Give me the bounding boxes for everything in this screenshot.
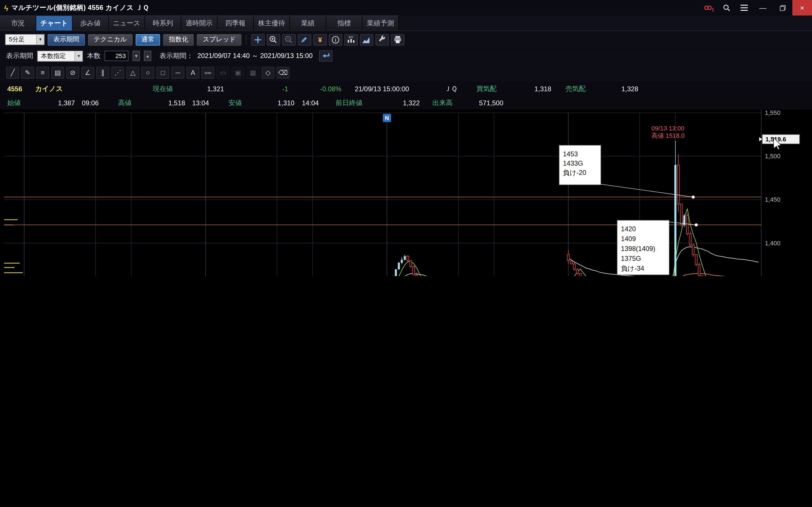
draw-tool-eraser[interactable]: ◇ xyxy=(262,67,274,78)
low-value: 1,310 xyxy=(277,99,294,107)
tab-業績[interactable]: 業績 xyxy=(290,15,326,31)
stock-name: カイノス xyxy=(35,84,63,94)
draw-tool-fibo-circle[interactable]: ⊘ xyxy=(66,67,79,78)
volume-label: 出来高 xyxy=(433,98,453,108)
count-label: 本数 xyxy=(87,51,101,61)
draw-tool-angle-line[interactable]: ∠ xyxy=(81,67,94,78)
titlebar-search-icon[interactable] xyxy=(718,0,735,15)
reset-range-icon[interactable] xyxy=(319,50,333,61)
tab-bar: 市況チャート歩み値ニュース時系列適時開示四季報株主優待業績指標業績予測 xyxy=(0,15,812,31)
draw-tool-horizontal-line[interactable]: ─ xyxy=(171,67,185,78)
bid-label: 買気配 xyxy=(476,84,497,94)
current-value: 1,321 xyxy=(207,85,224,93)
count-down-button[interactable]: ▼ xyxy=(133,51,140,61)
period-value: 2021/09/07 14:40 ～ 2021/09/13 15:00 xyxy=(197,51,313,61)
interval-select[interactable]: 5分足▼ xyxy=(5,34,45,45)
svg-text:N: N xyxy=(385,115,389,121)
open-label: 始値 xyxy=(7,98,21,108)
window-title: マルチツール(個別銘柄) 4556 カイノス ＪＱ xyxy=(11,3,149,12)
title-bar: ϟ マルチツール(個別銘柄) 4556 カイノス ＪＱ 1 — × xyxy=(0,0,812,15)
draw-tool-layers[interactable]: ▦ xyxy=(246,67,259,78)
svg-text:1375G: 1375G xyxy=(621,255,641,262)
svg-text:高値 1518.0: 高値 1518.0 xyxy=(652,132,685,139)
svg-text:1,450: 1,450 xyxy=(765,196,780,203)
tab-チャート[interactable]: チャート xyxy=(36,15,73,31)
open-time: 09:06 xyxy=(82,99,99,107)
tab-ニュース[interactable]: ニュース xyxy=(109,15,145,31)
area-chart-icon[interactable] xyxy=(360,34,373,45)
svg-text:1409: 1409 xyxy=(621,235,636,242)
zoom-out-icon[interactable] xyxy=(283,34,296,45)
tab-四季報[interactable]: 四季報 xyxy=(217,15,254,31)
draw-tool-trend-line[interactable]: ╱ xyxy=(6,67,19,78)
prev-close-value: 1,322 xyxy=(403,99,420,107)
high-value: 1,518 xyxy=(168,99,185,107)
bid-value: 1,318 xyxy=(535,85,552,93)
svg-text:i: i xyxy=(335,37,337,43)
svg-text:1433G: 1433G xyxy=(563,159,583,167)
toolbar-button-指数化[interactable]: 指数化 xyxy=(163,34,194,45)
wrench-icon[interactable] xyxy=(375,34,389,45)
market-label: ＪＱ xyxy=(444,84,457,94)
svg-text:負け-34: 負け-34 xyxy=(621,265,644,272)
draw-tool-rectangle[interactable]: □ xyxy=(156,67,169,78)
toolbar-button-テクニカル[interactable]: テクニカル xyxy=(88,34,133,45)
printer-icon[interactable] xyxy=(391,34,405,45)
tab-市況[interactable]: 市況 xyxy=(0,15,36,31)
draw-tool-parallel-lines[interactable]: ⋰ xyxy=(111,67,124,78)
draw-tool-text[interactable]: A xyxy=(186,67,199,78)
toolbar-button-スプレッド[interactable]: スプレッド xyxy=(197,34,242,45)
toolbar-button-表示期間[interactable]: 表示期間 xyxy=(48,34,85,45)
info-icon[interactable]: i xyxy=(329,34,343,45)
high-label: 高値 xyxy=(118,98,132,108)
svg-text:¥: ¥ xyxy=(318,36,322,43)
count-input[interactable]: 253 xyxy=(105,51,128,61)
draw-tool-polygon[interactable]: △ xyxy=(126,67,139,78)
my-candle-icon[interactable]: MY xyxy=(345,34,358,45)
menu-icon[interactable] xyxy=(735,0,753,15)
change-percent: -0.08% xyxy=(320,85,342,93)
count-mode-select[interactable]: 本数指定▼ xyxy=(37,50,83,61)
period-label: 表示期間： xyxy=(160,51,193,61)
draw-tool-copy[interactable]: ▣ xyxy=(232,67,245,78)
draw-tool-pen[interactable]: ✎ xyxy=(21,67,34,78)
tab-指標[interactable]: 指標 xyxy=(326,15,363,31)
svg-text:1398(1409): 1398(1409) xyxy=(621,245,655,252)
low-time: 14:04 xyxy=(302,99,319,107)
draw-tool-circle[interactable]: ○ xyxy=(141,67,154,78)
svg-text:MY: MY xyxy=(349,35,354,39)
tab-業績予測[interactable]: 業績予測 xyxy=(363,15,399,31)
zoom-in-icon[interactable] xyxy=(267,34,281,45)
draw-tool-vertical-lines[interactable]: ∥ xyxy=(96,67,109,78)
draw-tool-eraser-all[interactable]: ⌫ xyxy=(276,67,290,78)
svg-text:09/13 13:00: 09/13 13:00 xyxy=(652,125,684,132)
quote-row-2: 始値 1,387 09:06 高値 1,518 13:04 安値 1,310 1… xyxy=(0,96,812,110)
minimize-button[interactable]: — xyxy=(753,0,773,15)
draw-tool-fibo-lines[interactable]: ≡ xyxy=(36,67,49,78)
quote-datetime: 21/09/13 15:00:00 xyxy=(355,85,409,93)
tab-株主優待[interactable]: 株主優待 xyxy=(254,15,290,31)
count-up-button[interactable]: ▲ xyxy=(144,51,151,61)
low-label: 安値 xyxy=(229,98,242,108)
svg-text:1420: 1420 xyxy=(621,225,636,233)
svg-text:1,400: 1,400 xyxy=(765,240,780,247)
toolbar-button-通常[interactable]: 通常 xyxy=(136,34,160,45)
tab-歩み値[interactable]: 歩み値 xyxy=(72,15,109,31)
tab-時系列[interactable]: 時系列 xyxy=(145,15,181,31)
quote-row-1: 4556 カイノス 現在値 1,321 -1 -0.08% 21/09/13 1… xyxy=(0,82,812,96)
draw-tool-icon-stamp[interactable]: icon xyxy=(201,67,214,78)
prev-close-label: 前日終値 xyxy=(336,98,363,108)
tab-適時開示[interactable]: 適時開示 xyxy=(181,15,218,31)
range-toolbar: 表示期間 本数指定▼ 本数 253 ▼ ▲ 表示期間： 2021/09/07 1… xyxy=(0,48,812,64)
yen-icon[interactable]: ¥ xyxy=(313,34,327,45)
restore-button[interactable] xyxy=(772,0,792,15)
draw-tool-gann-lines[interactable]: ▤ xyxy=(51,67,64,78)
price-chart[interactable]: 1,5501,5001,4501,4001,3501,3001,250100,0… xyxy=(0,110,812,276)
chart-toolbar: 5分足▼ 表示期間テクニカル通常指数化スプレッド ¥iMY xyxy=(0,31,812,48)
change-value: -1 xyxy=(282,85,288,93)
link-icon[interactable]: 1 xyxy=(700,0,718,15)
crosshair-icon[interactable] xyxy=(252,34,265,45)
draw-tool-callout[interactable]: ▭ xyxy=(216,67,230,78)
pencil-icon[interactable] xyxy=(298,34,312,45)
close-button[interactable]: × xyxy=(792,0,812,15)
